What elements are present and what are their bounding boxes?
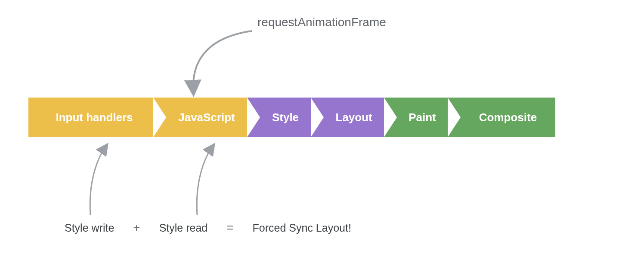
plus-sign: + [133, 221, 140, 235]
arrow-top-to-javascript [187, 26, 260, 95]
stage-layout: Layout [311, 98, 384, 137]
stage-composite: Composite [448, 98, 555, 137]
equals-sign: = [226, 221, 233, 235]
label-style-read: Style read [159, 222, 208, 234]
arrow-style-write-to-input [86, 142, 129, 219]
top-annotation-raf: requestAnimationFrame [257, 15, 386, 29]
stage-input-handlers: Input handlers [28, 98, 153, 137]
stage-style: Style [247, 98, 311, 137]
stage-paint: Paint [384, 98, 448, 137]
stage-label: Paint [409, 111, 436, 124]
bottom-equation: Style write + Style read = Forced Sync L… [65, 221, 351, 235]
stage-label: JavaScript [178, 111, 235, 124]
stage-label: Input handlers [56, 111, 133, 124]
stage-label: Layout [335, 111, 372, 124]
label-forced-sync: Forced Sync Layout! [253, 222, 351, 234]
stage-label: Style [272, 111, 299, 124]
rendering-pipeline: Input handlersJavaScriptStyleLayoutPaint… [28, 98, 555, 137]
stage-label: Composite [479, 111, 537, 124]
label-style-write: Style write [65, 222, 114, 234]
arrow-style-read-to-javascript [193, 142, 236, 219]
stage-javascript: JavaScript [153, 98, 247, 137]
